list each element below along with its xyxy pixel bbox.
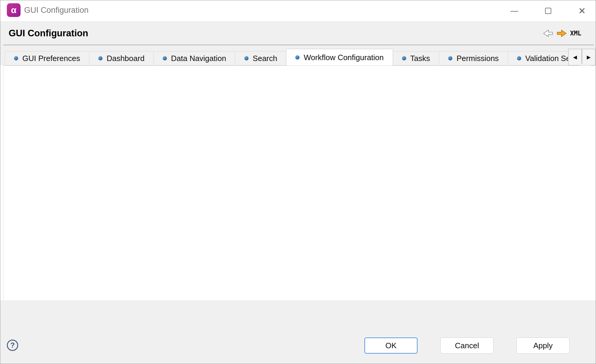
tab-bar: GUI Preferences Dashboard Data Navigatio… (5, 49, 568, 65)
tab-scroll-right-button[interactable]: ▶ (582, 49, 595, 65)
maximize-icon (545, 8, 551, 14)
tab-dot-icon (244, 56, 249, 60)
tab-label: Dashboard (107, 54, 145, 63)
back-arrow-icon[interactable] (543, 29, 553, 38)
chevron-left-icon: ◀ (573, 54, 577, 60)
help-button[interactable]: ? (7, 340, 18, 351)
tab-tasks[interactable]: Tasks (393, 51, 439, 65)
close-button[interactable]: ✕ (574, 4, 590, 17)
tab-data-navigation[interactable]: Data Navigation (153, 51, 235, 65)
maximize-button[interactable] (540, 4, 556, 17)
tab-dot-icon (402, 56, 406, 60)
tab-dot-icon (163, 56, 167, 60)
tab-label: Search (253, 54, 277, 63)
tab-label: GUI Preferences (22, 54, 80, 63)
question-mark-icon: ? (10, 341, 15, 349)
tab-dot-icon (98, 56, 103, 60)
page-title: GUI Configuration (9, 28, 88, 39)
tab-label: Validation Settings (525, 54, 568, 63)
ok-button[interactable]: OK (364, 338, 417, 354)
title-bar: α GUI Configuration — ✕ (0, 0, 596, 21)
tab-dot-icon (14, 56, 18, 60)
tab-label: Permissions (457, 54, 499, 63)
tab-workflow-configuration[interactable]: Workflow Configuration (286, 49, 393, 65)
app-logo-icon: α (7, 3, 21, 17)
forward-arrow-icon[interactable] (556, 29, 567, 38)
tab-label: Data Navigation (171, 54, 226, 63)
xml-view-button[interactable]: XML (570, 30, 581, 37)
tab-search[interactable]: Search (235, 51, 286, 65)
app-logo-glyph: α (11, 5, 16, 15)
window-title: GUI Configuration (24, 6, 89, 15)
tab-scroll-left-button[interactable]: ◀ (568, 49, 582, 65)
apply-button[interactable]: Apply (516, 338, 569, 354)
content-pane (3, 65, 594, 300)
minimize-button[interactable]: — (506, 4, 523, 17)
cancel-button[interactable]: Cancel (440, 338, 493, 354)
tab-permissions[interactable]: Permissions (439, 51, 508, 65)
header-divider (3, 45, 594, 45)
tab-label: Workflow Configuration (304, 53, 384, 62)
minimize-icon: — (510, 6, 518, 15)
tab-dashboard[interactable]: Dashboard (89, 51, 154, 65)
tab-dot-icon (448, 56, 452, 60)
tab-gui-preferences[interactable]: GUI Preferences (5, 51, 89, 65)
tab-dot-icon (517, 56, 521, 60)
tab-validation-settings[interactable]: Validation Settings (508, 51, 568, 65)
gui-configuration-window: α GUI Configuration — ✕ GUI Configuratio… (0, 0, 596, 364)
close-icon: ✕ (578, 6, 586, 16)
footer-band (0, 300, 596, 364)
chevron-right-icon: ▶ (587, 54, 591, 60)
tab-dot-icon (295, 55, 299, 60)
xml-toolbar: XML (543, 29, 581, 38)
tab-label: Tasks (410, 54, 430, 63)
